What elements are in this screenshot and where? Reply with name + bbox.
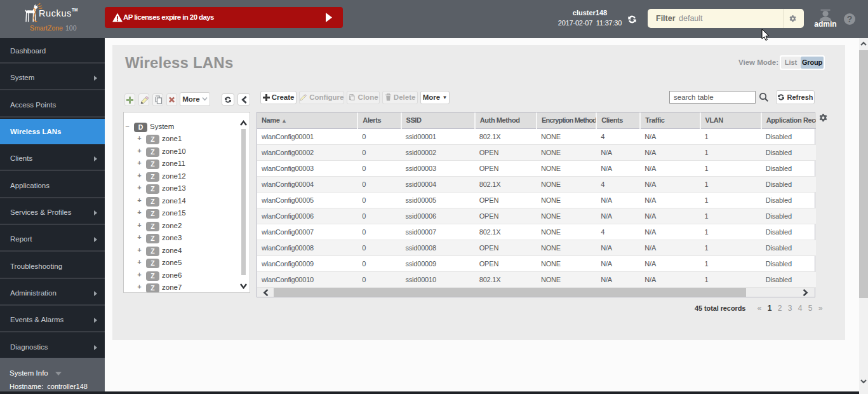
svg-text:TM: TM bbox=[72, 8, 77, 12]
svg-text:Ruckus: Ruckus bbox=[39, 8, 72, 18]
svg-text:100: 100 bbox=[65, 24, 77, 32]
svg-text:SmartZone: SmartZone bbox=[30, 24, 63, 32]
